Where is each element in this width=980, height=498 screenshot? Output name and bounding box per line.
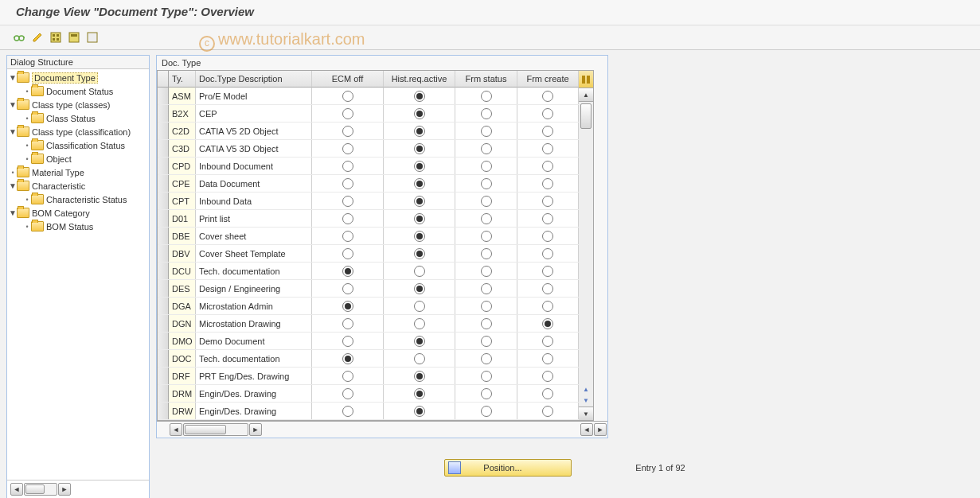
cell-frm-create-radio[interactable] bbox=[542, 126, 553, 137]
row-select-button[interactable] bbox=[158, 403, 169, 419]
cell-ecm-off-radio[interactable] bbox=[342, 108, 353, 119]
row-select-button[interactable] bbox=[158, 210, 169, 227]
cell-ecm-off-radio[interactable] bbox=[342, 143, 353, 154]
cell-type[interactable]: C2D bbox=[169, 123, 196, 139]
row-select-button[interactable] bbox=[158, 140, 169, 157]
cell-frm-create-radio[interactable] bbox=[542, 283, 553, 294]
table-scroll-left-button[interactable]: ◄ bbox=[170, 423, 182, 436]
cell-description[interactable]: Print list bbox=[196, 210, 312, 227]
row-select-button[interactable] bbox=[158, 105, 169, 122]
node-class-type-classification[interactable]: ▼Class type (classification) bbox=[7, 125, 149, 138]
cell-description[interactable]: Engin/Des. Drawing bbox=[196, 385, 312, 402]
cell-frm-create-radio[interactable] bbox=[542, 213, 553, 224]
row-select-button[interactable] bbox=[158, 368, 169, 384]
tree-collapse-icon[interactable]: ▼ bbox=[9, 208, 17, 217]
cell-hist-req-active-radio[interactable] bbox=[414, 318, 425, 329]
tree-scroll-right-button[interactable]: ► bbox=[58, 483, 71, 496]
cell-hist-req-active-radio[interactable] bbox=[414, 108, 425, 119]
tree-scroll-track[interactable] bbox=[24, 483, 57, 496]
cell-type[interactable]: DBV bbox=[169, 245, 196, 262]
cell-ecm-off-radio[interactable] bbox=[342, 406, 353, 417]
cell-frm-create-radio[interactable] bbox=[542, 318, 553, 329]
cell-ecm-off-radio[interactable] bbox=[342, 126, 353, 137]
cell-frm-status-radio[interactable] bbox=[481, 108, 492, 119]
cell-frm-create-radio[interactable] bbox=[542, 196, 553, 207]
cell-description[interactable]: CEP bbox=[196, 105, 312, 122]
cell-type[interactable]: DES bbox=[169, 280, 196, 297]
node-document-type[interactable]: ▼Document Type bbox=[7, 71, 149, 84]
col-header-frm-create[interactable]: Frm create bbox=[517, 71, 579, 88]
row-select-button[interactable] bbox=[158, 263, 169, 279]
vscroll-thumb[interactable] bbox=[580, 103, 592, 129]
cell-frm-create-radio[interactable] bbox=[542, 353, 553, 364]
cell-hist-req-active-radio[interactable] bbox=[414, 213, 425, 224]
cell-ecm-off-radio[interactable] bbox=[342, 213, 353, 224]
row-select-button[interactable] bbox=[158, 350, 169, 367]
col-header-frm-status[interactable]: Frm status bbox=[455, 71, 517, 88]
cell-hist-req-active-radio[interactable] bbox=[414, 143, 425, 154]
cell-description[interactable]: PRT Eng/Des. Drawing bbox=[196, 368, 312, 384]
row-select-button[interactable] bbox=[158, 175, 169, 192]
position-button[interactable]: Position... bbox=[444, 459, 572, 477]
table-settings-button[interactable] bbox=[579, 71, 593, 88]
cell-description[interactable]: CATIA V5 3D Object bbox=[196, 140, 312, 157]
cell-ecm-off-radio[interactable] bbox=[342, 231, 353, 242]
tree-collapse-icon[interactable]: ▼ bbox=[9, 127, 17, 136]
edit-pencil-button[interactable] bbox=[29, 29, 45, 45]
cell-hist-req-active-radio[interactable] bbox=[414, 161, 425, 172]
cell-type[interactable]: DMO bbox=[169, 333, 196, 349]
toggle-display-change-button[interactable] bbox=[11, 29, 27, 45]
cell-hist-req-active-radio[interactable] bbox=[414, 406, 425, 417]
cell-description[interactable]: Demo Document bbox=[196, 333, 312, 349]
cell-type[interactable]: C3D bbox=[169, 140, 196, 157]
cell-hist-req-active-radio[interactable] bbox=[414, 196, 425, 207]
cell-type[interactable]: ASM bbox=[169, 88, 196, 104]
cell-description[interactable]: Inbound Data bbox=[196, 193, 312, 209]
cell-type[interactable]: DRM bbox=[169, 385, 196, 402]
cell-frm-status-radio[interactable] bbox=[481, 126, 492, 137]
cell-ecm-off-radio[interactable] bbox=[342, 353, 353, 364]
vscroll-down-button[interactable]: ▼ bbox=[579, 407, 593, 420]
node-object[interactable]: •Object bbox=[7, 152, 149, 165]
node-document-status[interactable]: •Document Status bbox=[7, 84, 149, 98]
cell-ecm-off-radio[interactable] bbox=[342, 248, 353, 259]
select-all-button[interactable] bbox=[48, 29, 64, 45]
table-scroll-right-button[interactable]: ► bbox=[249, 423, 262, 436]
cell-ecm-off-radio[interactable] bbox=[342, 336, 353, 347]
cell-type[interactable]: CPE bbox=[169, 175, 196, 192]
cell-hist-req-active-radio[interactable] bbox=[414, 301, 425, 312]
row-select-button[interactable] bbox=[158, 298, 169, 314]
cell-frm-status-radio[interactable] bbox=[481, 161, 492, 172]
node-bom-category[interactable]: ▼BOM Category bbox=[7, 206, 149, 220]
vscroll-up-button[interactable]: ▲ bbox=[579, 88, 593, 102]
cell-frm-status-radio[interactable] bbox=[481, 353, 492, 364]
cell-ecm-off-radio[interactable] bbox=[342, 196, 353, 207]
cell-type[interactable]: DOC bbox=[169, 350, 196, 367]
node-characteristic-status[interactable]: •Characteristic Status bbox=[7, 193, 149, 206]
cell-hist-req-active-radio[interactable] bbox=[414, 231, 425, 242]
cell-frm-status-radio[interactable] bbox=[481, 213, 492, 224]
row-select-button[interactable] bbox=[158, 280, 169, 297]
cell-frm-status-radio[interactable] bbox=[481, 143, 492, 154]
row-select-button[interactable] bbox=[158, 315, 169, 332]
cell-ecm-off-radio[interactable] bbox=[342, 91, 353, 102]
tree-collapse-icon[interactable]: ▼ bbox=[9, 73, 17, 82]
cell-hist-req-active-radio[interactable] bbox=[414, 336, 425, 347]
row-select-button[interactable] bbox=[158, 228, 169, 244]
row-select-button[interactable] bbox=[158, 123, 169, 139]
row-select-button[interactable] bbox=[158, 245, 169, 262]
node-class-type-classes[interactable]: ▼Class type (classes) bbox=[7, 98, 149, 111]
cell-description[interactable]: Tech. documentation bbox=[196, 350, 312, 367]
cell-frm-status-radio[interactable] bbox=[481, 248, 492, 259]
tree-collapse-icon[interactable]: ▼ bbox=[9, 181, 17, 190]
cell-frm-create-radio[interactable] bbox=[542, 108, 553, 119]
tree-collapse-icon[interactable]: ▼ bbox=[9, 100, 17, 109]
cell-description[interactable]: Cover Sheet Template bbox=[196, 245, 312, 262]
cell-frm-create-radio[interactable] bbox=[542, 161, 553, 172]
deselect-all-button[interactable] bbox=[84, 29, 100, 45]
cell-description[interactable]: Cover sheet bbox=[196, 228, 312, 244]
row-select-button[interactable] bbox=[158, 88, 169, 104]
cell-ecm-off-radio[interactable] bbox=[342, 371, 353, 382]
cell-type[interactable]: DRW bbox=[169, 403, 196, 419]
cell-description[interactable]: Engin/Des. Drawing bbox=[196, 403, 312, 419]
